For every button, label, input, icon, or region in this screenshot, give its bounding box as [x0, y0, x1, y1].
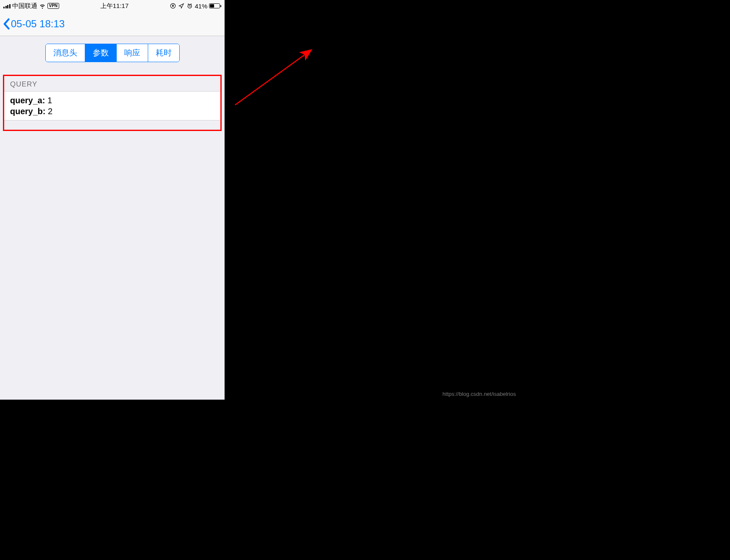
- battery-percent: 41%: [195, 3, 207, 10]
- query-section-footer: [4, 120, 220, 130]
- orientation-lock-icon: [170, 3, 176, 9]
- watermark: https://blog.csdn.net/isabelrios: [442, 391, 516, 397]
- status-time: 上午11:17: [100, 2, 129, 10]
- back-title: 05-05 18:13: [11, 18, 65, 30]
- location-icon: [178, 3, 185, 9]
- alarm-icon: [186, 3, 193, 9]
- status-left: 中国联通 VPN: [3, 2, 59, 10]
- nav-bar: 05-05 18:13: [0, 12, 225, 36]
- vpn-badge: VPN: [47, 3, 60, 9]
- segmented-wrap: 消息头 参数 响应 耗时: [0, 36, 225, 70]
- query-section-header: QUERY: [4, 76, 220, 92]
- query-row: query_b: 2: [10, 106, 215, 117]
- signal-icon: [3, 3, 10, 8]
- query-key: query_a:: [10, 96, 45, 105]
- phone-screenshot: 中国联通 VPN 上午11:17 41% 05-05 18:13: [0, 0, 225, 400]
- tab-timing[interactable]: 耗时: [148, 44, 179, 62]
- query-section-body: query_a: 1 query_b: 2: [4, 92, 220, 120]
- status-right: 41%: [170, 3, 221, 10]
- segmented-control: 消息头 参数 响应 耗时: [45, 44, 180, 62]
- query-value: 1: [45, 96, 52, 105]
- tab-response[interactable]: 响应: [117, 44, 148, 62]
- carrier-label: 中国联通: [12, 2, 37, 10]
- black-region: [225, 0, 520, 400]
- tab-headers[interactable]: 消息头: [46, 44, 85, 62]
- wifi-icon: [39, 3, 46, 9]
- back-button[interactable]: 05-05 18:13: [3, 18, 65, 30]
- battery-icon: [209, 3, 221, 8]
- query-key: query_b:: [10, 107, 45, 116]
- query-row: query_a: 1: [10, 95, 215, 106]
- chevron-left-icon: [3, 18, 10, 30]
- status-bar: 中国联通 VPN 上午11:17 41%: [0, 0, 225, 12]
- query-value: 2: [45, 107, 52, 116]
- query-highlight-box: QUERY query_a: 1 query_b: 2: [3, 75, 222, 131]
- tab-params[interactable]: 参数: [85, 44, 117, 62]
